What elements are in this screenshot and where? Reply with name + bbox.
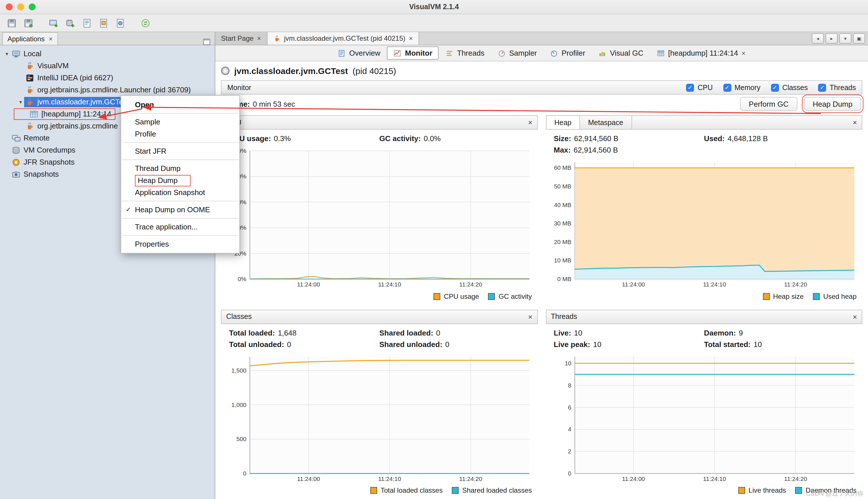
close-window-button[interactable] [6,3,13,10]
tab-visual-gc[interactable]: Visual GC [592,47,650,60]
snapshot-icon[interactable] [113,17,127,29]
compare-snapshots-icon[interactable] [138,17,152,29]
tab-overview[interactable]: Overview [332,47,387,60]
tab-label: Sampler [509,49,537,57]
close-icon[interactable]: × [853,312,857,321]
menu-item-start-jfr[interactable]: Start JFR [121,145,239,157]
idea-icon [25,73,34,82]
checkbox-classes[interactable]: ✓Classes [771,84,808,92]
add-application-icon[interactable] [47,17,60,29]
stat-label: Live peak: [554,340,590,349]
stat-value: 0 [436,328,440,337]
svg-text:8: 8 [568,382,571,388]
menu-item-application-snapshot[interactable]: Application Snapshot [121,186,239,198]
add-coredump-icon[interactable] [63,17,77,29]
zoom-window-button[interactable] [29,3,36,10]
tab-heap[interactable]: Heap [546,116,580,129]
tree-item-label: Remote [24,134,50,142]
expander-icon[interactable]: ▾ [17,99,24,105]
maximize-view-icon[interactable]: ▣ [853,33,865,44]
heap-dump-annotation-box: Heap Dump [135,175,191,186]
tab-heapdump-view[interactable]: [heapdump] 11:24:14 × [651,47,752,60]
checkbox-label: CPU [698,84,713,92]
tree-item-label: Local [24,49,41,58]
tree-item-intellij[interactable]: IntelliJ IDEA (pid 6627) [0,72,215,84]
tab-scroll-controls: ◂ ▸ ▾ ▣ [812,32,868,45]
menu-item-profile[interactable]: Profile [121,128,239,140]
stat-label: Shared unloaded: [379,340,443,349]
tab-sampler[interactable]: Sampler [491,47,543,60]
load-snapshot-icon[interactable] [4,17,19,29]
tree-item-local[interactable]: ▾ Local [0,48,215,60]
close-icon[interactable]: × [741,50,746,57]
threads-panel-header: Threads × [546,309,862,324]
monitor-section-bar: Monitor ✓CPU ✓Memory ✓Classes ✓Threads [221,80,862,95]
classes-panel: Classes × Total loaded:1,648 Shared load… [221,309,538,497]
menu-item-sample[interactable]: Sample [121,116,239,128]
svg-text:0%: 0% [238,276,246,282]
coredump-icon [11,145,21,155]
float-window-icon[interactable] [202,37,211,45]
checkbox-threads[interactable]: ✓Threads [818,84,856,92]
camera-icon [11,170,21,179]
threads-chart: 024681011:24:0011:24:1011:24:20 [546,350,862,484]
perform-gc-button[interactable]: Perform GC [740,97,797,111]
stat-value: 62,914,560 B [573,146,618,154]
legend-label: Live threads [749,486,786,495]
tab-metaspace[interactable]: Metaspace [580,116,632,129]
stat-value: 9 [739,328,743,337]
close-icon[interactable]: × [853,118,857,127]
scroll-tabs-right-icon[interactable]: ▸ [825,33,837,44]
tab-profiler[interactable]: Profiler [544,47,592,60]
expander-icon[interactable]: ▾ [3,51,10,57]
legend-item: Heap size [763,292,804,300]
checkbox-memory[interactable]: ✓Memory [723,84,760,92]
menu-item-thread-dump[interactable]: Thread Dump [121,162,239,174]
checkbox-cpu[interactable]: ✓CPU [686,84,713,92]
threads-stats: Live:10 Daemon:9 Live peak:10 Total star… [546,324,862,350]
svg-text:0: 0 [568,470,571,476]
heap-dump-icon[interactable] [96,17,110,29]
tab-list-dropdown-icon[interactable]: ▾ [839,33,851,44]
stat-value: 62,914,560 B [574,134,619,143]
close-icon[interactable]: × [257,35,261,42]
stat-label: Shared loaded: [379,328,433,337]
window-title: VisualVM 2.1.4 [409,3,459,11]
tab-label: Metaspace [588,119,623,126]
legend-swatch [813,293,820,300]
heap-dump-button[interactable]: Heap Dump [804,97,861,111]
menu-item-open[interactable]: Open [121,99,239,111]
save-snapshot-icon[interactable] [21,17,35,29]
tab-applications[interactable]: Applications × [2,32,58,45]
legend-swatch [452,487,459,494]
close-icon[interactable]: × [409,35,413,42]
computer-icon [11,49,21,58]
tab-gctest-document[interactable]: jvm.classloader.jvm.GCTest (pid 40215) × [267,32,419,45]
tree-item-label: IntelliJ IDEA (pid 6627) [37,73,113,82]
panel-title: Classes [226,313,252,321]
menu-item-properties[interactable]: Properties [121,238,239,250]
menu-item-trace-application[interactable]: Trace application... [121,221,239,233]
tab-threads[interactable]: Threads [439,47,490,60]
svg-text:11:24:20: 11:24:20 [784,475,807,482]
scroll-tabs-left-icon[interactable]: ◂ [812,33,824,44]
cpu-stats: CPU usage:0.3% GC activity:0.0% [221,130,538,144]
metric-checkboxes: ✓CPU ✓Memory ✓Classes ✓Threads [686,84,856,92]
menu-separator [122,201,239,201]
tree-item-launcher[interactable]: org.jetbrains.jps.cmdline.Launcher (pid … [0,84,215,96]
close-icon[interactable]: × [528,118,533,127]
legend-swatch [795,487,802,494]
svg-text:6: 6 [568,404,571,410]
close-icon[interactable]: × [528,312,533,321]
legend-swatch [370,487,377,494]
thread-dump-icon[interactable] [80,17,94,29]
minimize-window-button[interactable] [17,3,24,10]
heap-chart: 0 MB10 MB20 MB30 MB40 MB50 MB60 MB11:24:… [546,156,862,290]
tab-start-page[interactable]: Start Page × [215,32,267,45]
menu-item-heap-dump[interactable]: Heap Dump [121,174,239,186]
menu-item-heap-dump-on-oome[interactable]: ✓Heap Dump on OOME [121,204,239,216]
tab-monitor[interactable]: Monitor [387,47,439,60]
close-icon[interactable]: × [48,35,52,42]
tree-item-visualvm[interactable]: VisualVM [0,60,215,72]
stat-value: 10 [593,340,601,349]
